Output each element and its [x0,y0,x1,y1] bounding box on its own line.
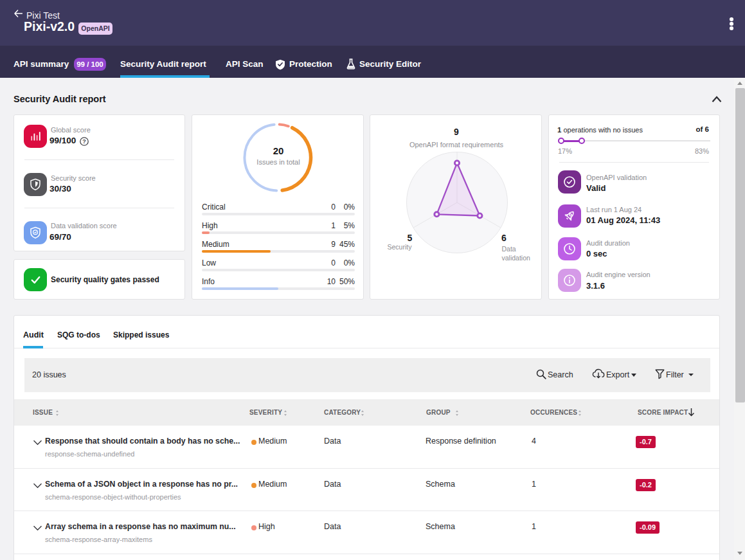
svg-text:?: ? [82,138,86,145]
